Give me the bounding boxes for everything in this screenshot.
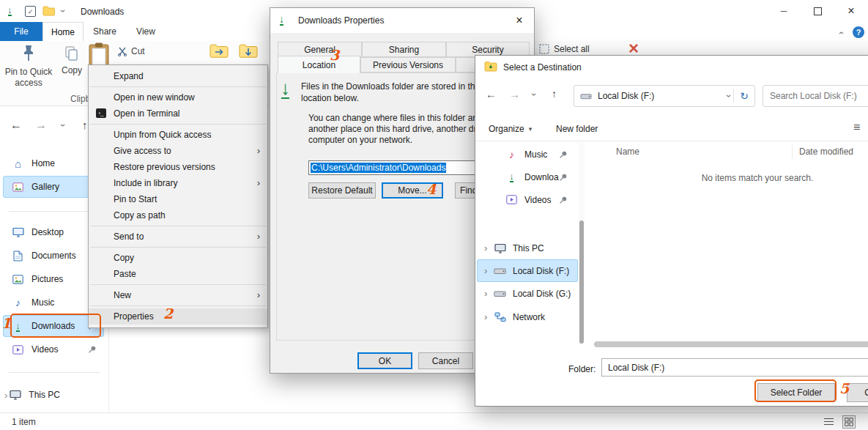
cut-button[interactable]: Cut bbox=[117, 46, 145, 56]
menu-separator bbox=[90, 305, 266, 306]
copy-button[interactable]: Copy bbox=[57, 45, 86, 75]
tab-file[interactable]: File bbox=[0, 22, 42, 41]
horizontal-scrollbar[interactable] bbox=[594, 341, 868, 347]
tab-general[interactable]: General bbox=[278, 42, 362, 57]
minimize-button[interactable]: ─ bbox=[767, 0, 801, 22]
annotation-2: 2 bbox=[163, 305, 173, 322]
recent-locations-icon[interactable]: › bbox=[533, 89, 535, 100]
address-bar[interactable]: Local Disk (F:) › ↻ bbox=[574, 85, 755, 107]
menu-item-new[interactable]: New› bbox=[89, 287, 267, 303]
tree-item-downloads[interactable]: ↓ Downloads bbox=[477, 166, 578, 188]
maximize-button[interactable] bbox=[801, 0, 834, 22]
submenu-chevron-icon: › bbox=[257, 177, 260, 188]
sidebar-item-videos[interactable]: Videos bbox=[3, 338, 104, 360]
qat-dropdown-chevron-icon[interactable]: › bbox=[62, 6, 64, 16]
menu-item-paste[interactable]: Paste bbox=[89, 266, 267, 282]
tree-item-music[interactable]: ♪ Music bbox=[477, 143, 578, 166]
address-dropdown-icon[interactable]: › bbox=[727, 91, 730, 101]
tree-item-videos[interactable]: Videos bbox=[477, 188, 578, 211]
organize-button[interactable]: Organize ▾ bbox=[489, 124, 532, 134]
copy-icon bbox=[64, 45, 79, 62]
menu-item-open-in-terminal[interactable]: ›_ Open in Terminal bbox=[89, 105, 267, 122]
menu-item-give-access-to[interactable]: Give access to› bbox=[89, 143, 267, 159]
menu-item-open-in-new-window[interactable]: Open in new window bbox=[89, 89, 267, 105]
recent-locations-icon[interactable]: › bbox=[62, 120, 64, 130]
expand-chevron-icon[interactable]: › bbox=[484, 265, 493, 276]
tree-item-network[interactable]: › Network bbox=[477, 305, 578, 328]
change-view-icon[interactable]: ≡ bbox=[853, 121, 860, 134]
expand-chevron-icon[interactable]: › bbox=[4, 390, 7, 401]
sidebar-separator bbox=[9, 211, 100, 212]
pin-icon bbox=[559, 173, 568, 182]
tab-location[interactable]: Location bbox=[278, 56, 360, 73]
destination-dialog-title: Select a Destination bbox=[503, 62, 582, 73]
tab-home[interactable]: Home bbox=[42, 22, 84, 41]
menu-separator bbox=[90, 226, 266, 226]
menu-item-properties[interactable]: Properties bbox=[89, 308, 267, 325]
gallery-icon bbox=[12, 182, 24, 192]
menu-item-send-to[interactable]: Send to› bbox=[89, 229, 267, 245]
music-icon: ♪ bbox=[12, 297, 24, 308]
tree-item-local-disk-f[interactable]: › Local Disk (F:) bbox=[477, 259, 578, 282]
expand-chevron-icon[interactable]: › bbox=[484, 311, 493, 322]
tab-sharing[interactable]: Sharing bbox=[362, 42, 446, 57]
tree-item-local-disk-g[interactable]: › Local Disk (G:) bbox=[477, 282, 578, 305]
sidebar-item-this-pc[interactable]: › This PC bbox=[3, 384, 104, 406]
document-icon bbox=[12, 251, 24, 262]
item-count: 1 item bbox=[12, 417, 36, 427]
menu-item-copy[interactable]: Copy bbox=[89, 250, 267, 266]
cancel-button[interactable]: Cancel bbox=[847, 383, 868, 402]
submenu-chevron-icon: › bbox=[257, 145, 260, 156]
pin-to-quick-access-button[interactable]: Pin to Quick access bbox=[4, 44, 53, 89]
properties-close-button[interactable]: × bbox=[505, 8, 534, 33]
annotation-1: 1 bbox=[1, 315, 11, 331]
restore-default-button[interactable]: Restore Default bbox=[308, 182, 376, 199]
new-folder-button[interactable]: New folder bbox=[556, 124, 598, 134]
close-button[interactable]: × bbox=[834, 0, 868, 22]
move-to-icon[interactable] bbox=[209, 43, 229, 59]
select-all-icon bbox=[539, 44, 549, 54]
back-icon[interactable]: ← bbox=[10, 119, 22, 132]
up-icon[interactable]: ↑ bbox=[552, 88, 557, 100]
search-input[interactable] bbox=[763, 85, 868, 107]
ribbon-partial-icon[interactable]: × bbox=[628, 38, 639, 55]
qat-folder-icon[interactable] bbox=[42, 6, 55, 16]
forward-icon[interactable]: → bbox=[509, 88, 520, 100]
menu-item-copy-as-path[interactable]: Copy as path bbox=[89, 207, 267, 223]
tab-share[interactable]: Share bbox=[84, 22, 126, 41]
menu-item-pin-to-start[interactable]: Pin to Start bbox=[89, 191, 267, 207]
tab-previous-versions[interactable]: Previous Versions bbox=[360, 57, 456, 73]
ok-button[interactable]: OK bbox=[357, 352, 412, 369]
tree-item-this-pc[interactable]: › This PC bbox=[477, 237, 578, 259]
menu-item-include-in-library[interactable]: Include in library› bbox=[89, 175, 267, 191]
up-icon[interactable]: ↑ bbox=[82, 119, 88, 131]
copy-to-icon[interactable] bbox=[239, 43, 258, 59]
details-view-icon[interactable] bbox=[823, 418, 834, 426]
forward-icon[interactable]: → bbox=[35, 119, 47, 132]
menu-item-expand[interactable]: Expand bbox=[89, 68, 267, 84]
tab-view[interactable]: View bbox=[126, 22, 166, 41]
submenu-chevron-icon: › bbox=[257, 289, 260, 300]
menu-separator bbox=[90, 124, 266, 125]
thumbnail-view-icon[interactable] bbox=[842, 415, 856, 429]
qat-properties-icon[interactable]: ✓ bbox=[25, 6, 36, 17]
annotation-3: 3 bbox=[330, 47, 339, 63]
ribbon-collapse-icon[interactable]: › bbox=[839, 28, 842, 38]
folder-input[interactable]: Local Disk (F:) bbox=[601, 358, 868, 377]
tree-scrollbar-thumb[interactable] bbox=[579, 220, 584, 344]
refresh-icon[interactable]: ↻ bbox=[740, 90, 749, 102]
cancel-button[interactable]: Cancel bbox=[418, 352, 473, 369]
menu-item-unpin-from-quick-access[interactable]: Unpin from Quick access bbox=[89, 127, 267, 143]
select-all-button[interactable]: Select all bbox=[539, 44, 590, 54]
select-destination-icon bbox=[484, 61, 497, 72]
menu-item-restore-previous-versions[interactable]: Restore previous versions bbox=[89, 159, 267, 175]
column-header-name[interactable]: Name bbox=[616, 147, 639, 157]
expand-chevron-icon[interactable]: › bbox=[484, 288, 493, 299]
scissors-icon bbox=[117, 46, 127, 56]
help-icon[interactable]: ? bbox=[853, 26, 864, 38]
back-icon[interactable]: ← bbox=[486, 88, 497, 100]
column-header-date-modified[interactable]: Date modified bbox=[799, 147, 853, 157]
this-pc-icon bbox=[9, 390, 21, 400]
expand-chevron-icon[interactable]: › bbox=[484, 242, 493, 253]
address-text: Local Disk (F:) bbox=[598, 91, 654, 101]
